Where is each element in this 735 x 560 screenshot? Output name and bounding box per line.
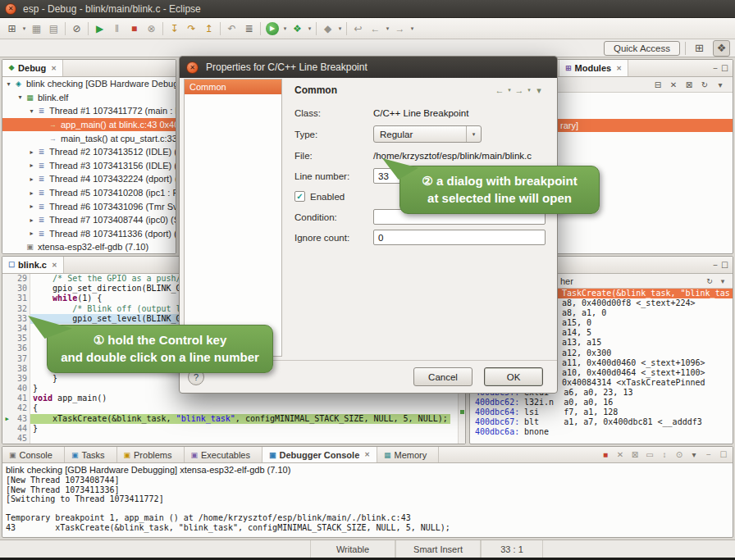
open-perspective-icon[interactable]: ⊞: [691, 40, 708, 57]
line-number-gutter[interactable]: 30: [2, 284, 30, 294]
debug-tree-item[interactable]: ▾ ≣ Thread #1 1073411772 (main : Runn: [2, 104, 176, 118]
tab-close-icon[interactable]: ✕: [52, 262, 57, 269]
code-line[interactable]: 41 void app_main(): [2, 394, 465, 403]
drop-to-frame-icon[interactable]: ↶: [223, 20, 240, 37]
resume-icon[interactable]: ▶: [91, 20, 108, 37]
expand-arrow-icon[interactable]: ▸: [27, 216, 36, 224]
clear-console-icon[interactable]: ▭: [642, 448, 657, 462]
line-number-gutter[interactable]: 45: [2, 434, 30, 444]
debug-tree-item[interactable]: → app_main() at blink.c:43 0x400dbc: [2, 118, 176, 132]
collapse-all-icon[interactable]: ⊟: [651, 78, 665, 91]
run-dropdown-caret[interactable]: ▾: [281, 20, 289, 37]
debug-tree-item[interactable]: ▸ ≣ Thread #7 1073408744 (ipc0) (Susp: [2, 213, 176, 227]
line-number-gutter[interactable]: ▶43: [2, 414, 30, 424]
new-wizard-icon[interactable]: ⊞: [3, 20, 21, 37]
line-number-gutter[interactable]: 33: [2, 314, 30, 324]
back-icon[interactable]: ←: [367, 20, 384, 37]
enabled-checkbox[interactable]: ✓: [294, 191, 305, 202]
expand-arrow-icon[interactable]: ▸: [27, 189, 36, 197]
debug-tree-item[interactable]: ▸ ≣ Thread #5 1073410208 (ipc1 : Runni: [2, 186, 176, 200]
minimize-icon[interactable]: −: [713, 261, 718, 270]
debug-tree-item[interactable]: ▣ xtensa-esp32-elf-gdb (7.10): [2, 240, 176, 254]
external-tools-dropdown-caret[interactable]: ▾: [336, 20, 344, 37]
window-close-button[interactable]: ✕: [5, 3, 16, 15]
line-number[interactable]: 35: [11, 334, 30, 344]
tab-close-icon[interactable]: ✕: [616, 65, 622, 72]
tab-close-icon[interactable]: ✕: [364, 451, 370, 458]
line-number[interactable]: 29: [11, 274, 30, 284]
line-number-gutter[interactable]: 41: [2, 394, 30, 403]
line-number[interactable]: 34: [11, 324, 30, 334]
module-list-item[interactable]: [539, 93, 733, 106]
cancel-button[interactable]: Cancel: [413, 367, 472, 386]
tab-console[interactable]: ▣ Console: [2, 447, 65, 462]
dialog-close-button[interactable]: ✕: [186, 61, 199, 74]
line-number[interactable]: 42: [11, 403, 30, 413]
line-number-gutter[interactable]: 35: [2, 334, 30, 344]
debug-tree-item[interactable]: → main_task() at cpu_start.c:339 0x4: [2, 131, 176, 145]
scroll-lock-icon[interactable]: ↕: [657, 448, 672, 462]
view-menu-icon[interactable]: ▾: [713, 78, 728, 91]
line-number-gutter[interactable]: 32: [2, 304, 30, 314]
minimize-icon[interactable]: −: [701, 448, 716, 462]
line-number[interactable]: 31: [11, 294, 30, 303]
line-number-gutter[interactable]: 29: [2, 274, 30, 284]
print-icon[interactable]: ▤: [45, 20, 62, 37]
remove-all-icon[interactable]: ⊠: [682, 78, 696, 91]
remove-icon[interactable]: ✕: [666, 78, 681, 91]
expand-arrow-icon[interactable]: ▸: [27, 230, 36, 237]
line-number[interactable]: 32: [11, 304, 30, 314]
tab-problems[interactable]: ▣ Problems: [117, 447, 185, 462]
tab-close-icon[interactable]: ✕: [51, 65, 57, 72]
tab-blink-c[interactable]: ☐ blink.c ✕: [2, 257, 64, 273]
forward-dropdown-caret[interactable]: ▾: [409, 20, 416, 37]
external-tools-icon[interactable]: ◆: [319, 20, 336, 37]
line-number[interactable]: 37: [11, 354, 30, 364]
line-number[interactable]: 43: [11, 414, 30, 424]
debug-dropdown-caret[interactable]: ▾: [306, 20, 313, 37]
remove-launch-icon[interactable]: ✕: [613, 448, 628, 462]
line-number[interactable]: 41: [11, 394, 30, 403]
debug-tree-item[interactable]: ▸ ≣ Thread #8 1073411336 (dport) (Sus: [2, 227, 176, 241]
maximize-icon[interactable]: ☐: [716, 448, 731, 462]
run-icon[interactable]: ▶: [266, 22, 279, 35]
line-number-gutter[interactable]: 44: [2, 424, 30, 434]
suspend-icon[interactable]: ‖: [108, 20, 126, 37]
disconnect-icon[interactable]: ⊗: [143, 20, 160, 37]
debug-perspective-icon[interactable]: ❖: [713, 40, 730, 57]
line-number-gutter[interactable]: 34: [2, 324, 30, 334]
debug-tree-item[interactable]: ▾ ◈ blink checking [GDB Hardware Debug: [2, 77, 176, 91]
forward-icon[interactable]: →: [513, 84, 526, 97]
line-number-gutter[interactable]: 40: [2, 384, 30, 394]
line-number-gutter[interactable]: 38: [2, 364, 30, 374]
debug-icon[interactable]: ❖: [289, 20, 306, 37]
display-console-dropdown-caret[interactable]: ▾: [687, 448, 701, 462]
step-return-icon[interactable]: ↥: [200, 20, 217, 37]
disassembly-row[interactable]: 400dbc64: lsi f7, a1, 128: [470, 407, 733, 417]
maximize-icon[interactable]: ☐: [721, 64, 728, 73]
new-dropdown-caret[interactable]: ▾: [21, 20, 28, 37]
instruction-stepping-icon[interactable]: ≣: [240, 20, 258, 37]
disassembly-row[interactable]: 400dbc62: l32i.n a0, a0, 16: [470, 398, 733, 407]
code-line[interactable]: ▶43 xTaskCreate(&blink_task, "blink_task…: [2, 414, 465, 424]
tab-tasks[interactable]: ▣ Tasks: [65, 447, 117, 462]
ignore-count-input[interactable]: 0: [373, 230, 546, 245]
step-into-icon[interactable]: ↧: [166, 20, 183, 37]
disassembly-row[interactable]: 400dbc67: blt a1, a7, 0x400dbc81 <__addd…: [470, 417, 733, 427]
line-number-gutter[interactable]: 31: [2, 294, 30, 303]
line-number-gutter[interactable]: 36: [2, 344, 30, 353]
type-select[interactable]: Regular ▾: [373, 125, 482, 143]
refresh-icon[interactable]: ↻: [697, 78, 712, 91]
expand-arrow-icon[interactable]: ▸: [27, 148, 36, 156]
expand-arrow-icon[interactable]: ▾: [4, 80, 13, 88]
view-menu-icon[interactable]: ▾: [716, 275, 729, 287]
line-number[interactable]: 33: [11, 314, 30, 324]
terminate-icon[interactable]: ■: [598, 448, 613, 462]
line-number[interactable]: 40: [11, 384, 30, 394]
minimize-icon[interactable]: −: [713, 64, 718, 73]
expand-arrow-icon[interactable]: ▾: [16, 93, 25, 101]
line-number[interactable]: 45: [11, 434, 30, 444]
module-list-item[interactable]: [539, 106, 733, 119]
expand-arrow-icon[interactable]: ▸: [27, 162, 36, 169]
tab-debugger-console[interactable]: ▣ Debugger Console ✕: [262, 447, 377, 462]
